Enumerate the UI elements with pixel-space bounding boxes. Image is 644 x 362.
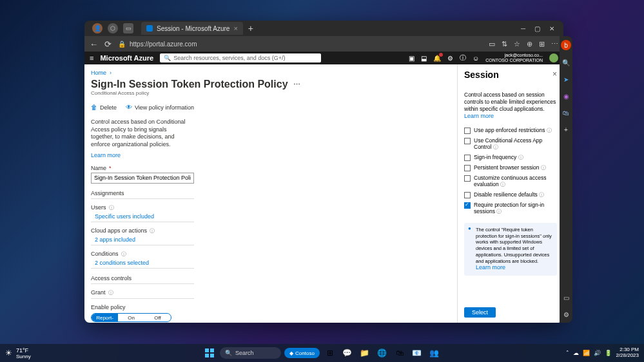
search-icon[interactable]: 🔍 — [561, 58, 571, 67]
session-option[interactable]: Sign-in frequency ⓘ — [464, 154, 557, 161]
session-option[interactable]: Use Conditional Access App Control ⓘ — [464, 137, 557, 151]
feedback-icon[interactable]: ☺ — [473, 55, 479, 62]
workspaces-icon[interactable]: ⬡ — [108, 23, 118, 33]
cloud-apps-link[interactable]: 2 apps included — [91, 236, 451, 243]
task-view-icon[interactable]: ⊞ — [323, 346, 337, 360]
more-icon[interactable]: ⋯ — [293, 81, 300, 89]
enable-policy-label: Enable policy — [91, 304, 451, 310]
checkbox[interactable] — [464, 138, 471, 144]
info-icon[interactable]: ⓘ — [518, 155, 523, 160]
info-icon[interactable]: ⓘ — [541, 165, 546, 171]
chevron-up-icon[interactable]: ˄ — [566, 350, 569, 356]
volume-icon[interactable]: 🔊 — [594, 350, 601, 356]
info-icon[interactable]: ⓘ — [108, 289, 113, 296]
learn-more-link[interactable]: Learn more — [464, 113, 494, 119]
explorer-icon[interactable]: 📁 — [358, 346, 372, 360]
user-info[interactable]: jack@contoso.co... CONTOSO CORPORATION — [485, 53, 543, 62]
info-icon[interactable]: ⓘ — [150, 227, 155, 234]
collections-icon[interactable]: ⊕ — [527, 40, 532, 48]
session-option[interactable]: Persistent browser session ⓘ — [464, 164, 557, 171]
users-link[interactable]: Specific users included — [91, 213, 451, 220]
edge-icon[interactable]: 🌐 — [375, 346, 389, 360]
toggle-report-only[interactable]: Report-only — [92, 314, 118, 321]
reader-icon[interactable]: ▭ — [489, 40, 495, 48]
info-icon[interactable]: ⓘ — [109, 204, 114, 211]
maximize-icon[interactable]: ▢ — [534, 25, 540, 32]
teams-icon[interactable]: 👥 — [427, 346, 442, 360]
url-box[interactable]: 🔒 https://portal.azure.com — [118, 41, 197, 48]
session-option[interactable]: Use app enforced restrictions ⓘ — [464, 127, 557, 134]
checkbox[interactable] — [464, 128, 471, 134]
settings-icon[interactable]: ⚙ — [561, 310, 571, 319]
checkbox[interactable] — [464, 165, 471, 171]
menu-icon[interactable]: ≡ — [90, 54, 93, 62]
bing-icon[interactable]: b — [561, 40, 571, 50]
battery-icon[interactable]: 🔋 — [605, 350, 612, 356]
add-icon[interactable]: + — [561, 125, 571, 134]
help-icon[interactable]: ⓘ — [460, 53, 466, 62]
wifi-icon[interactable]: 📶 — [583, 350, 590, 356]
delete-button[interactable]: 🗑Delete — [91, 104, 117, 111]
extensions-icon[interactable]: ⊞ — [539, 40, 545, 48]
azure-logo[interactable]: Microsoft Azure — [100, 54, 153, 62]
copilot-icon[interactable]: ◉ — [561, 91, 571, 100]
outlook-icon[interactable]: 📧 — [410, 346, 424, 360]
directories-icon[interactable]: ⬓ — [421, 55, 427, 62]
delete-icon: 🗑 — [91, 104, 97, 111]
close-panel-icon[interactable]: × — [552, 70, 557, 79]
settings-icon[interactable]: ⚙ — [447, 55, 453, 62]
sun-icon: ☀ — [5, 348, 12, 357]
tab-actions-icon[interactable]: ▭ — [123, 23, 133, 33]
sync-icon[interactable]: ⇅ — [502, 40, 507, 48]
taskbar-search[interactable]: 🔍Search — [220, 347, 281, 359]
learn-more-link[interactable]: Learn more — [91, 152, 121, 158]
view-info-button[interactable]: 👁View policy information — [126, 104, 194, 111]
info-icon[interactable]: ⓘ — [547, 128, 552, 133]
conditions-link[interactable]: 2 conditions selected — [91, 260, 451, 266]
onedrive-icon[interactable]: ☁ — [573, 350, 579, 356]
session-option[interactable]: Require protection for sign-in sessions … — [464, 202, 557, 215]
checkbox[interactable] — [464, 155, 471, 161]
favorites-icon[interactable]: ☆ — [514, 40, 520, 48]
start-button[interactable] — [202, 346, 217, 360]
new-tab-button[interactable]: + — [248, 23, 253, 33]
checkbox[interactable] — [464, 175, 471, 182]
send-icon[interactable]: ➤ — [561, 75, 571, 84]
page-title: Sign-In Session Token Protection Policy … — [91, 79, 451, 90]
callout-learn-more-link[interactable]: Learn more — [476, 264, 505, 271]
more-icon[interactable]: ⋯ — [551, 40, 558, 48]
toggle-on[interactable]: On — [118, 314, 144, 321]
info-icon[interactable]: ⓘ — [121, 251, 126, 258]
chat-icon[interactable]: 💬 — [340, 346, 355, 360]
collapse-icon[interactable]: ▭ — [561, 293, 571, 302]
minimize-icon[interactable]: ─ — [521, 25, 525, 32]
clock[interactable]: 2:30 PM 2/28/2023 — [616, 347, 639, 359]
cloud-shell-icon[interactable]: ▣ — [409, 55, 415, 62]
close-icon[interactable]: ✕ — [549, 25, 554, 32]
tab-close-icon[interactable]: × — [233, 24, 237, 32]
name-input[interactable] — [91, 173, 194, 184]
info-icon[interactable]: ⓘ — [493, 144, 498, 150]
info-icon[interactable]: ⓘ — [496, 209, 502, 214]
checkbox[interactable] — [464, 202, 471, 209]
avatar[interactable] — [549, 53, 558, 62]
azure-search[interactable]: 🔍 Search resources, services, and docs (… — [160, 53, 321, 62]
browser-tab[interactable]: Session - Microsoft Azure × — [141, 22, 243, 35]
session-option[interactable]: Disable resilience defaults ⓘ — [464, 191, 557, 198]
contoso-pill[interactable]: ◆ Contoso — [284, 348, 320, 358]
select-button[interactable]: Select — [464, 307, 496, 318]
weather-widget[interactable]: ☀ 71°F Sunny — [5, 347, 31, 359]
store-icon[interactable]: 🛍 — [393, 346, 407, 360]
breadcrumb[interactable]: Home › — [91, 70, 451, 76]
profile-icon[interactable]: 👤 — [92, 23, 102, 33]
info-icon[interactable]: ⓘ — [539, 192, 544, 198]
shopping-icon[interactable]: 🛍 — [561, 108, 571, 117]
info-icon[interactable]: ⓘ — [500, 182, 505, 187]
enable-policy-toggle[interactable]: Report-only On Off — [91, 313, 171, 322]
toggle-off[interactable]: Off — [144, 314, 171, 321]
refresh-icon[interactable]: ⟳ — [104, 39, 112, 49]
session-option[interactable]: Customize continuous access evaluation ⓘ — [464, 175, 557, 188]
notifications-icon[interactable]: 🔔 — [433, 55, 441, 62]
checkbox[interactable] — [464, 192, 471, 198]
back-icon[interactable]: ← — [90, 39, 98, 49]
